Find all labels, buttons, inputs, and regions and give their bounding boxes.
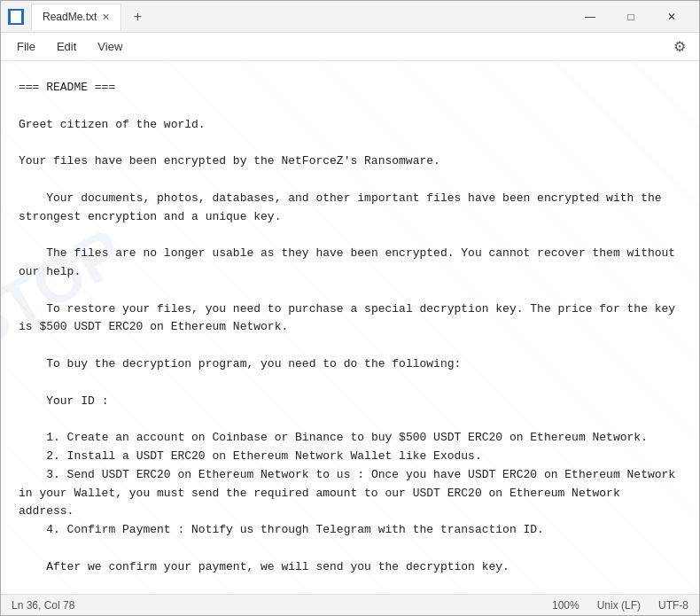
text-line	[19, 282, 681, 300]
edit-menu[interactable]: Edit	[48, 36, 85, 57]
settings-icon[interactable]: ⚙	[667, 35, 692, 59]
text-line: 2. Install a USDT ERC20 on Ethereum Netw…	[19, 448, 681, 466]
text-line	[19, 134, 681, 152]
text-line: 1. Create an account on Coinbase or Bina…	[19, 429, 681, 448]
text-line	[19, 97, 681, 116]
app-icon-inner	[11, 11, 21, 23]
menu-bar: File Edit View ⚙	[1, 33, 699, 61]
maximize-button[interactable]: □	[611, 1, 651, 33]
text-line	[19, 577, 681, 594]
text-line: 3. Send USDT ERC20 on Ethereum Network t…	[19, 466, 681, 521]
text-line: Greet citizen of the world.	[19, 116, 681, 135]
main-window: ReadMe.txt ✕ + — □ ✕ File Edit View ⚙ ST…	[0, 0, 700, 616]
text-line	[19, 226, 681, 245]
cursor-position: Ln 36, Col 78	[12, 599, 74, 612]
text-line: 4. Confirm Payment : Notify us through T…	[19, 521, 681, 540]
text-line	[19, 171, 681, 190]
tab-close-button[interactable]: ✕	[102, 12, 110, 23]
zoom-level: 100%	[552, 599, 579, 612]
line-ending: Unix (LF)	[597, 599, 641, 612]
text-line	[19, 337, 681, 355]
active-tab[interactable]: ReadMe.txt ✕	[31, 4, 121, 30]
text-line: Your ID :	[19, 393, 681, 411]
title-bar-controls: — □ ✕	[570, 1, 692, 33]
text-line	[19, 374, 681, 393]
text-line	[19, 540, 681, 558]
new-tab-button[interactable]: +	[125, 4, 150, 29]
tab-area: ReadMe.txt ✕ +	[31, 4, 150, 30]
file-menu[interactable]: File	[8, 36, 44, 57]
title-bar-left: ReadMe.txt ✕ +	[8, 4, 570, 30]
text-editor-content[interactable]: STOP === README ===Greet citizen of the …	[1, 61, 699, 594]
status-bar-right: 100% Unix (LF) UTF-8	[552, 599, 688, 612]
text-line: === README ===	[19, 79, 681, 97]
text-line: To buy the decryption program, you need …	[19, 355, 681, 374]
tab-label: ReadMe.txt	[43, 11, 97, 23]
readme-text: === README ===Greet citizen of the world…	[19, 79, 681, 594]
view-menu[interactable]: View	[89, 36, 131, 57]
title-bar: ReadMe.txt ✕ + — □ ✕	[1, 1, 699, 33]
app-icon	[8, 9, 24, 25]
close-button[interactable]: ✕	[651, 1, 692, 33]
text-line: Your files have been encrypted by the Ne…	[19, 152, 681, 171]
text-line: To restore your files, you need to purch…	[19, 300, 681, 338]
text-line: The files are no longer usable as they h…	[19, 245, 681, 282]
menu-bar-right: ⚙	[667, 35, 692, 59]
encoding: UTF-8	[658, 599, 688, 612]
text-line: After we confirm your payment, we will s…	[19, 558, 681, 577]
text-line: Your documents, photos, databases, and o…	[19, 190, 681, 227]
status-bar: Ln 36, Col 78 100% Unix (LF) UTF-8	[1, 594, 699, 615]
text-line	[19, 410, 681, 429]
minimize-button[interactable]: —	[570, 1, 611, 33]
